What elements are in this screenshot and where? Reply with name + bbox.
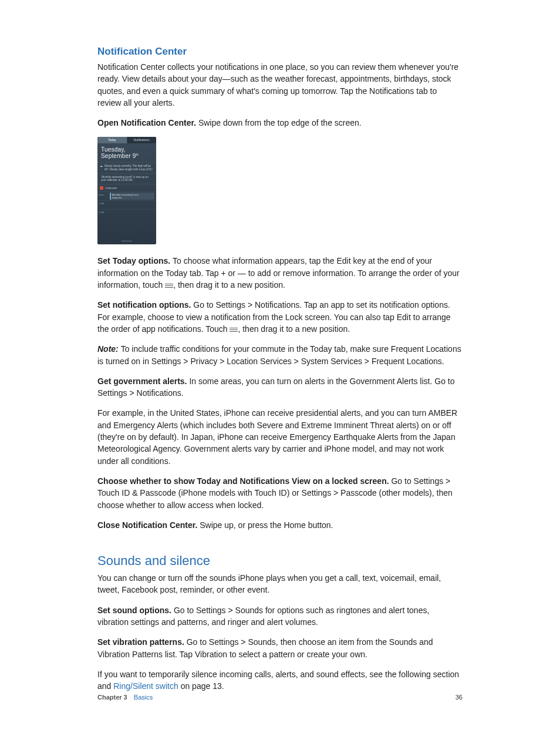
bold-label: Set sound options. bbox=[97, 606, 174, 615]
note-label: Note: bbox=[97, 344, 121, 354]
text: Swipe up, or press the Home button. bbox=[200, 520, 333, 530]
bold-label: Close Notification Center. bbox=[97, 520, 200, 530]
grabber-icon bbox=[122, 241, 132, 243]
cloud-icon: ☁ bbox=[100, 164, 103, 172]
heading-notification-center: Notification Center bbox=[97, 46, 463, 58]
note-paragraph: Note: To include traffic conditions for … bbox=[97, 343, 463, 367]
screenshot-tab-notifications: Notifications bbox=[127, 137, 157, 143]
text: on page 13. bbox=[178, 681, 224, 691]
paragraph: If you want to temporarily silence incom… bbox=[97, 668, 463, 692]
paragraph: Open Notification Center. Swipe down fro… bbox=[97, 117, 463, 129]
text: , then drag it to a new position. bbox=[238, 324, 350, 334]
bold-label: Set Today options. bbox=[97, 256, 173, 265]
bold-label: Set vibration patterns. bbox=[97, 637, 187, 647]
screenshot-date: Tuesday, September 9th bbox=[97, 143, 156, 162]
bold-label: Set notification options. bbox=[97, 300, 193, 310]
screenshot-calendar-rows: Noon Monthly networking lunch Supremo 1 … bbox=[97, 191, 156, 218]
paragraph: Set sound options. Go to Settings > Soun… bbox=[97, 604, 463, 628]
paragraph: Close Notification Center. Swipe up, or … bbox=[97, 519, 463, 531]
paragraph: Set notification options. Go to Settings… bbox=[97, 299, 463, 335]
heading-sounds-and-silence: Sounds and silence bbox=[97, 553, 463, 569]
link-ring-silent-switch[interactable]: Ring/Silent switch bbox=[113, 681, 178, 691]
text: Swipe down from the top edge of the scre… bbox=[198, 118, 362, 127]
bold-label: Open Notification Center. bbox=[97, 118, 198, 127]
bold-label: Choose whether to show Today and Notific… bbox=[97, 476, 391, 486]
drag-handle-icon bbox=[165, 283, 173, 288]
screenshot-event: Monthly networking lunch Supremo bbox=[110, 193, 154, 200]
screenshot-date-line2: September 9th bbox=[101, 153, 153, 159]
screenshot-weather: ☁ Mostly cloudy currently. The high will… bbox=[97, 162, 156, 173]
screenshot-calendar-header: Calendar bbox=[97, 184, 156, 191]
paragraph: Notification Center collects your notifi… bbox=[97, 61, 463, 109]
paragraph: Set vibration patterns. Go to Settings >… bbox=[97, 636, 463, 660]
screenshot-date-line1: Tuesday, bbox=[101, 146, 153, 153]
paragraph: Get government alerts. In some areas, yo… bbox=[97, 375, 463, 399]
text: , then drag it to a new position. bbox=[173, 280, 285, 290]
footer-page-number: 36 bbox=[456, 694, 463, 701]
screenshot-tab-today: Today bbox=[97, 137, 127, 143]
screenshot-tabs: Today Notifications bbox=[97, 137, 156, 143]
calendar-app-icon bbox=[100, 186, 103, 190]
page-footer: Chapter 3 Basics 36 bbox=[97, 694, 463, 701]
text: To include traffic conditions for your c… bbox=[97, 344, 461, 365]
footer-chapter: Chapter 3 Basics bbox=[97, 694, 153, 701]
paragraph: Set Today options. To choose what inform… bbox=[97, 255, 463, 291]
paragraph: You can change or turn off the sounds iP… bbox=[97, 572, 463, 596]
paragraph: For example, in the United States, iPhon… bbox=[97, 407, 463, 466]
document-page: Notification Center Notification Center … bbox=[0, 0, 560, 743]
bold-label: Get government alerts. bbox=[97, 376, 189, 386]
screenshot-time-label: Noon bbox=[97, 192, 108, 200]
screenshot-weather-text: Mostly cloudy currently. The high will b… bbox=[104, 164, 154, 172]
footer-chapter-name: Basics bbox=[134, 694, 153, 701]
screenshot-calendar-label: Calendar bbox=[105, 186, 117, 190]
screenshot-next-event: "Monthly networking lunch" is next up on… bbox=[97, 173, 156, 184]
footer-chapter-number: Chapter 3 bbox=[97, 694, 127, 701]
notification-center-screenshot: Today Notifications Tuesday, September 9… bbox=[97, 137, 156, 244]
drag-handle-icon bbox=[230, 327, 238, 332]
screenshot-time-label: 1 PM bbox=[97, 201, 108, 209]
screenshot-time-label: 2 PM bbox=[97, 210, 108, 218]
paragraph: Choose whether to show Today and Notific… bbox=[97, 475, 463, 511]
